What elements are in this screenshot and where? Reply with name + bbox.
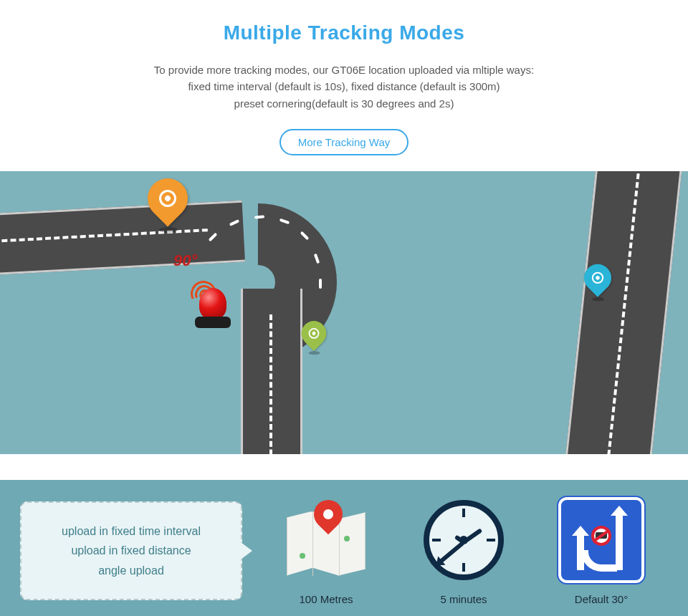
location-pin-green-icon [302,321,327,354]
siren-alarm-icon [191,282,235,328]
footer-strip: upload in fixed time interval upload in … [0,480,688,616]
header: Multiple Tracking Modes To provide more … [0,0,688,155]
clock-icon [421,497,507,583]
location-pin-blue-icon [584,264,611,300]
location-pin-orange-icon [148,178,188,231]
callout-line: upload in fixed time interval [42,521,221,541]
more-tracking-way-button[interactable]: More Tracking Way [280,129,409,155]
metric-distance: 100 Metres [272,497,380,605]
road-map-illustration: 90° [0,171,688,454]
description-line: preset cornering(default is 30 degrees a… [0,95,688,112]
description-line: To provide more tracking modes, our GT06… [0,62,688,78]
metric-caption: 5 minutes [440,593,487,605]
metric-caption: Default 30° [575,593,628,605]
metric-angle: Default 30° [548,497,655,605]
description-line: fixed time interval (default is 10s), fi… [0,78,688,95]
description: To provide more tracking modes, our GT06… [0,62,688,112]
callout-line: upload in fixed distance [42,541,221,560]
page-title: Multiple Tracking Modes [0,21,688,44]
map-pin-icon [283,497,369,583]
metric-time: 5 minutes [410,497,517,605]
road-sign-icon [558,497,644,583]
upload-modes-callout: upload in fixed time interval upload in … [20,501,242,600]
callout-line: angle upload [42,561,221,580]
metric-caption: 100 Metres [299,593,353,605]
corner-angle-label: 90° [173,251,197,270]
